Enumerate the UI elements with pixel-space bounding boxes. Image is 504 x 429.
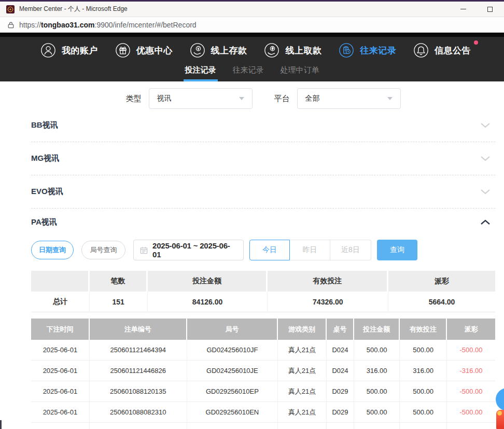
gift-icon — [115, 43, 131, 58]
minimize-button[interactable] — [456, 4, 470, 15]
button-label: 昨日 — [303, 245, 317, 255]
summary-header-cell: 投注金额 — [148, 271, 268, 292]
cell-bet-amount: 500.00 — [354, 340, 400, 361]
nav-item-label: 优惠中心 — [136, 45, 173, 57]
last-8-days-button[interactable]: 近8日 — [330, 240, 371, 260]
today-button[interactable]: 今日 — [249, 240, 290, 260]
nav-item-transaction-records[interactable]: 往来记录 — [339, 43, 396, 58]
type-select[interactable]: 视讯 — [149, 88, 253, 109]
cell-round-id: GD029256010EP — [187, 381, 278, 402]
summary-total-row: 总计 151 84126.00 74326.00 5664.00 — [31, 292, 495, 312]
accordion-pa-video[interactable]: PA视讯 — [31, 209, 495, 236]
minimize-icon — [460, 9, 466, 9]
table-row: 2025-06-01 250601121446826 GD024256010JE… — [31, 361, 495, 381]
nav-item-promotions[interactable]: 优惠中心 — [115, 43, 173, 58]
detail-header-cell: 游戏类别 — [278, 319, 327, 340]
address-bar[interactable]: https://tongbao31.com:9900/infe/mcenter/… — [0, 17, 504, 33]
accordion-evo-video[interactable]: EVO视讯 — [31, 175, 495, 209]
site-header-strip — [0, 33, 504, 37]
platform-filter-label: 平台 — [274, 94, 290, 104]
notification-badge — [474, 40, 478, 45]
chevron-down-icon — [239, 97, 244, 100]
yesterday-button[interactable]: 昨日 — [290, 240, 330, 260]
cell-bet-amount: 316.00 — [354, 361, 400, 381]
date-query-button[interactable]: 日期查询 — [31, 241, 74, 259]
cell-game-type: 真人21点 — [278, 361, 327, 381]
bet-detail-table: 下注时间 注单编号 局号 游戏类别 桌号 投注金额 有效投注 派彩 2025-0… — [31, 319, 495, 429]
cell-table-no: D029 — [327, 402, 354, 423]
accordion-bb-video[interactable]: BB视讯 — [31, 109, 495, 142]
round-query-button[interactable]: 局号查询 — [81, 241, 125, 259]
cell-bet-amount: 500.00 — [354, 402, 400, 423]
maximize-button[interactable] — [483, 4, 497, 15]
nav-item-label: 往来记录 — [360, 45, 396, 57]
nav-item-my-account[interactable]: 我的账户 — [40, 43, 98, 58]
cell-order-id: 250601121464394 — [90, 340, 187, 361]
tab-transaction-record[interactable]: 往来记录 — [233, 64, 264, 81]
cell-valid-bet: 500.00 — [400, 402, 446, 423]
cell-payout: -316.00 — [447, 361, 495, 381]
nav-item-withdraw[interactable]: 线上取款 — [264, 43, 321, 58]
summary-cell: 总计 — [31, 292, 90, 312]
section-title: PA视讯 — [31, 217, 57, 227]
nav-item-label: 信息公告 — [435, 45, 471, 57]
summary-cell: 5664.00 — [388, 292, 495, 312]
platform-select-value: 全部 — [305, 94, 320, 103]
chevron-down-icon — [481, 123, 495, 128]
platform-select[interactable]: 全部 — [297, 88, 401, 109]
summary-header-cell: 笔数 — [90, 271, 148, 292]
nav-item-deposit[interactable]: 线上存款 — [190, 43, 247, 58]
cell-payout: -500.00 — [447, 340, 495, 361]
records-icon — [339, 43, 354, 58]
cell-bet-time: 2025-06-01 — [31, 340, 90, 361]
cell-table-no: D024 — [327, 340, 354, 361]
chevron-down-icon — [481, 189, 495, 195]
quick-date-group: 今日 昨日 近8日 — [249, 240, 371, 260]
cell-valid-bet: 500.00 — [400, 381, 446, 402]
active-tab-underline — [184, 79, 218, 81]
main-content: 类型 视讯 平台 全部 BB视讯 MG视讯 EVO视讯 PA视讯 日期查询 局号… — [0, 88, 504, 429]
nav-item-announcements[interactable]: 信息公告 — [413, 43, 471, 58]
cell-bet-time: 2025-06-01 — [31, 361, 90, 381]
detail-header-cell: 投注金额 — [354, 319, 400, 340]
button-label: 局号查询 — [90, 245, 117, 255]
button-label: 今日 — [262, 245, 277, 255]
table-row: 2025-06-01 250601088082310 GD029256010EN… — [31, 402, 495, 423]
tab-bet-record[interactable]: 投注记录 — [185, 64, 216, 81]
cell-valid-bet: 500.00 — [400, 340, 446, 361]
search-button[interactable]: 查询 — [377, 240, 417, 260]
accordion-mg-video[interactable]: MG视讯 — [31, 142, 495, 175]
tab-label: 投注记录 — [185, 65, 216, 75]
summary-header-cell: 有效投注 — [268, 271, 388, 292]
maximize-icon — [487, 7, 493, 12]
cell-payout: -500.00 — [447, 402, 495, 423]
section-title: EVO视讯 — [31, 187, 63, 197]
cell-game-type: 真人21点 — [278, 340, 327, 361]
section-title: MG视讯 — [31, 154, 59, 163]
section-title: BB视讯 — [31, 120, 58, 130]
browser-titlebar: Member Center - 个人 - Microsoft Edge — [0, 2, 504, 17]
cell-payout: -500.00 — [447, 381, 495, 402]
date-range-input[interactable]: 2025-06-01 ~ 2025-06-01 — [133, 240, 244, 260]
url-text[interactable]: https://tongbao31.com:9900/infe/mcenter/… — [19, 21, 197, 29]
cell-game-type: 真人21点 — [278, 402, 327, 423]
detail-header-cell: 有效投注 — [400, 319, 446, 340]
cell-order-id: 250601121446826 — [90, 361, 187, 381]
detail-header-cell: 注单编号 — [90, 319, 187, 340]
button-label: 查询 — [390, 245, 404, 255]
user-icon — [40, 43, 56, 58]
cell-valid-bet: 316.00 — [400, 361, 446, 381]
tab-pending-orders[interactable]: 处理中订单 — [281, 64, 319, 81]
promo-float-accent — [497, 411, 502, 416]
cell-order-id: 250601088082310 — [90, 402, 187, 423]
promo-float-button[interactable] — [496, 410, 504, 429]
nav-item-label: 我的账户 — [62, 45, 98, 57]
summary-table: 笔数 投注金额 有效投注 派彩 总计 151 84126.00 74326.00… — [31, 271, 495, 312]
detail-header-cell: 桌号 — [327, 319, 354, 340]
cell-game-type: 真人21点 — [278, 381, 327, 402]
chevron-up-icon — [481, 219, 495, 225]
site-favicon — [6, 5, 15, 13]
summary-header-row: 笔数 投注金额 有效投注 派彩 — [31, 271, 495, 292]
summary-cell: 151 — [90, 292, 148, 312]
summary-cell: 84126.00 — [148, 292, 268, 312]
